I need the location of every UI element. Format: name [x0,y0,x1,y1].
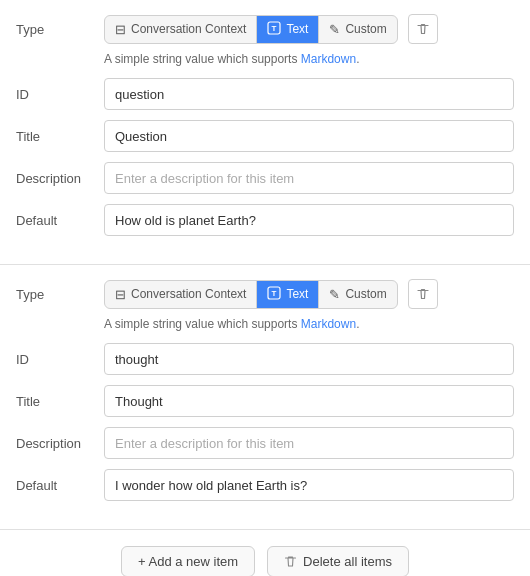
default-row-1: Default [16,469,514,501]
desc-row-0: Description [16,162,514,194]
title-label-1: Title [16,394,104,409]
type-btn-1-2[interactable]: ✎Custom [319,281,396,308]
desc-row-1: Description [16,427,514,459]
bottom-actions: + Add a new item Delete all items [0,529,530,576]
title-input-1[interactable] [104,385,514,417]
default-input-0[interactable] [104,204,514,236]
add-new-item-button[interactable]: + Add a new item [121,546,255,576]
type-label-1: Type [16,287,104,302]
delete-all-items-button[interactable]: Delete all items [267,546,409,576]
title-input-0[interactable] [104,120,514,152]
type-btn-label-1-1: Text [286,287,308,301]
type-btn-icon-0-0: ⊟ [115,22,126,37]
type-buttons-0: ⊟Conversation Context T Text✎Custom [104,15,398,44]
type-btn-icon-0-2: ✎ [329,22,340,37]
desc-input-1[interactable] [104,427,514,459]
description-text-0: A simple string value which supports Mar… [104,52,514,66]
title-label-0: Title [16,129,104,144]
type-btn-label-1-0: Conversation Context [131,287,246,301]
id-row-0: ID [16,78,514,110]
desc-field-label-0: Description [16,171,104,186]
trash-icon [284,555,297,568]
type-btn-icon-0-1: T [267,21,281,38]
default-label-1: Default [16,478,104,493]
markdown-link-1[interactable]: Markdown [301,317,356,331]
title-row-0: Title [16,120,514,152]
desc-field-label-1: Description [16,436,104,451]
delete-item-button-0[interactable] [408,14,438,44]
title-row-1: Title [16,385,514,417]
id-input-1[interactable] [104,343,514,375]
type-btn-label-0-0: Conversation Context [131,22,246,36]
type-btn-label-1-2: Custom [345,287,386,301]
id-input-0[interactable] [104,78,514,110]
type-btn-0-0[interactable]: ⊟Conversation Context [105,16,257,43]
type-btn-icon-1-2: ✎ [329,287,340,302]
type-btn-label-0-1: Text [286,22,308,36]
type-row-0: Type⊟Conversation Context T Text✎Custom [16,14,514,44]
type-row-1: Type⊟Conversation Context T Text✎Custom [16,279,514,309]
type-buttons-1: ⊟Conversation Context T Text✎Custom [104,280,398,309]
default-row-0: Default [16,204,514,236]
svg-text:T: T [272,24,277,33]
id-label-1: ID [16,352,104,367]
desc-input-0[interactable] [104,162,514,194]
id-row-1: ID [16,343,514,375]
delete-item-button-1[interactable] [408,279,438,309]
default-label-0: Default [16,213,104,228]
type-btn-0-2[interactable]: ✎Custom [319,16,396,43]
svg-text:T: T [272,289,277,298]
id-label-0: ID [16,87,104,102]
description-text-1: A simple string value which supports Mar… [104,317,514,331]
type-btn-0-1[interactable]: T Text [257,16,319,43]
type-btn-1-1[interactable]: T Text [257,281,319,308]
type-label-0: Type [16,22,104,37]
type-btn-icon-1-0: ⊟ [115,287,126,302]
default-input-1[interactable] [104,469,514,501]
type-btn-label-0-2: Custom [345,22,386,36]
type-btn-icon-1-1: T [267,286,281,303]
markdown-link-0[interactable]: Markdown [301,52,356,66]
type-btn-1-0[interactable]: ⊟Conversation Context [105,281,257,308]
